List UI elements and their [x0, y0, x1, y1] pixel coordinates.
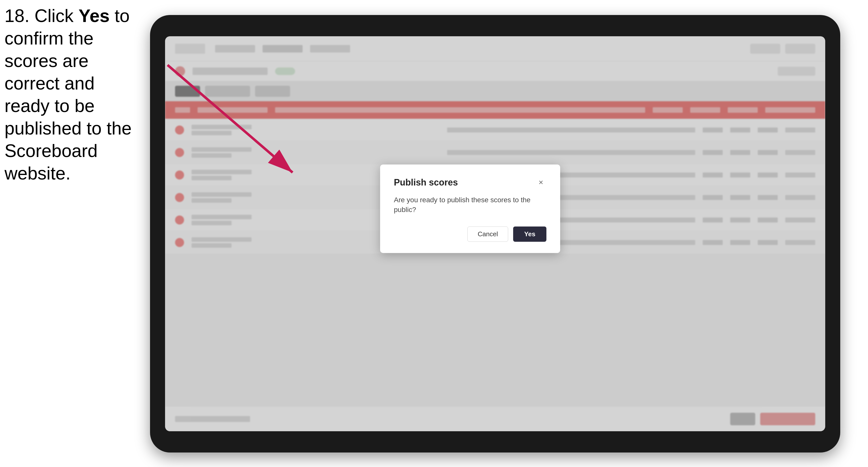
yes-button[interactable]: Yes: [513, 226, 547, 242]
dialog-overlay: Publish scores × Are you ready to publis…: [165, 36, 825, 431]
dialog-close-button[interactable]: ×: [535, 177, 547, 188]
dialog-header: Publish scores ×: [394, 177, 547, 188]
dialog-body: Are you ready to publish these scores to…: [394, 195, 547, 215]
step-number: 18.: [4, 6, 30, 26]
yes-word: Yes: [79, 6, 110, 26]
dialog-footer: Cancel Yes: [394, 226, 547, 242]
publish-scores-dialog: Publish scores × Are you ready to publis…: [380, 164, 560, 253]
tablet-screen: Publish scores × Are you ready to publis…: [165, 36, 825, 431]
cancel-button[interactable]: Cancel: [467, 226, 508, 242]
instruction-text-part1: Click: [30, 6, 79, 26]
dialog-title: Publish scores: [394, 177, 458, 188]
instruction-text-part2: to confirm the scores are correct and re…: [4, 6, 131, 183]
instruction-text: 18. Click Yes to confirm the scores are …: [4, 4, 145, 185]
tablet-device: Publish scores × Are you ready to publis…: [150, 15, 840, 453]
